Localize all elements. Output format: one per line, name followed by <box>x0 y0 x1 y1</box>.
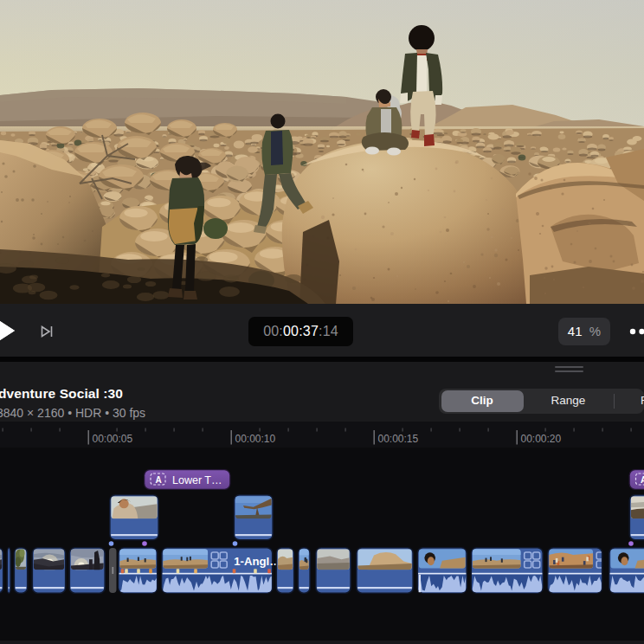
svg-text:00:00:10: 00:00:10 <box>235 433 276 445</box>
svg-text:Lower T…: Lower T… <box>172 474 222 486</box>
svg-text:00:00:05: 00:00:05 <box>93 433 133 445</box>
svg-text:00:00:15: 00:00:15 <box>378 433 419 445</box>
svg-text:A: A <box>641 475 644 485</box>
svg-text:00:00:20: 00:00:20 <box>521 433 562 445</box>
svg-text:A: A <box>155 475 161 485</box>
svg-text:1-Angl…: 1-Angl… <box>234 555 280 568</box>
